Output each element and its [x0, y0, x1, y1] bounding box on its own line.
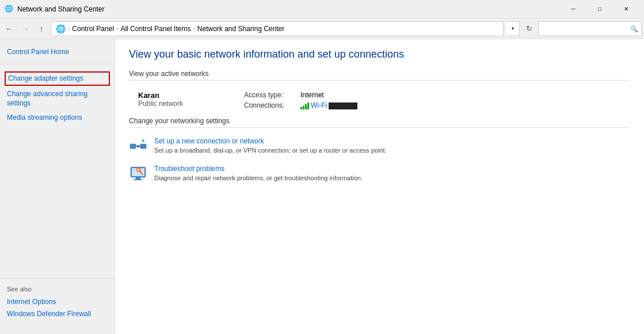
new-connection-link[interactable]: Set up a new connection or network: [154, 137, 630, 145]
wifi-bar-1: [300, 107, 302, 109]
title-bar-buttons: ─ □ ✕: [560, 0, 639, 18]
change-settings-section: Change your networking settings + Set up…: [129, 117, 630, 183]
new-connection-svg: +: [129, 137, 147, 155]
connections-row: Connections: Wi-Fi: [244, 101, 630, 111]
content-area: View your basic network information and …: [115, 39, 644, 334]
access-type-label: Access type:: [244, 91, 296, 99]
active-networks-header: View your active networks: [129, 70, 630, 81]
close-button[interactable]: ✕: [613, 0, 639, 18]
connections-label: Connections:: [244, 101, 296, 111]
troubleshoot-svg: [129, 165, 147, 183]
search-wrapper: 🔍: [538, 21, 642, 36]
path-dropdown-button[interactable]: ▾: [506, 21, 520, 36]
svg-rect-8: [134, 179, 142, 180]
troubleshoot-item: Troubleshoot problems Diagnose and repai…: [129, 165, 630, 183]
troubleshoot-icon: [129, 165, 147, 183]
svg-rect-1: [140, 144, 146, 149]
network-detail-col: Access type: Internet Connections:: [244, 91, 630, 113]
search-input[interactable]: [538, 21, 642, 36]
network-row: Karan Public network Access type: Intern…: [129, 88, 630, 117]
network-name: Karan: [138, 91, 244, 100]
sidebar-change-adapter[interactable]: Change adapter settings: [5, 71, 110, 86]
path-icon: 🌐: [56, 24, 66, 33]
sidebar-control-panel-home[interactable]: Control Panel Home: [0, 46, 115, 58]
troubleshoot-desc: Diagnose and repair network problems, or…: [154, 174, 363, 181]
wifi-ssid-link[interactable]: Wi-Fi: [311, 101, 327, 109]
wifi-bars: [300, 103, 309, 109]
up-button[interactable]: ↑: [35, 22, 48, 36]
minimize-button[interactable]: ─: [560, 0, 586, 18]
connections-value: Wi-Fi: [300, 101, 357, 111]
svg-rect-7: [136, 177, 140, 179]
search-icon: 🔍: [630, 25, 638, 32]
access-type-value: Internet: [300, 91, 324, 99]
new-connection-item: + Set up a new connection or network Set…: [129, 137, 630, 155]
wifi-bar-2: [303, 106, 304, 109]
svg-text:+: +: [142, 138, 145, 144]
svg-point-3: [137, 145, 139, 147]
main-container: Control Panel Home Change adapter settin…: [0, 39, 644, 334]
path-current: Network and Sharing Center: [197, 25, 284, 33]
path-all-items: All Control Panel Items: [120, 25, 190, 33]
access-type-row: Access type: Internet: [244, 91, 630, 99]
troubleshoot-text: Troubleshoot problems Diagnose and repai…: [154, 165, 630, 182]
network-name-col: Karan Public network: [129, 91, 244, 108]
refresh-button[interactable]: ↻: [522, 22, 536, 36]
address-bar: ← → ↑ 🌐 › Control Panel › All Control Pa…: [0, 18, 644, 39]
wifi-bar-4: [307, 103, 309, 109]
wifi-icon: Wi-Fi: [300, 101, 357, 111]
change-settings-header: Change your networking settings: [129, 117, 630, 128]
forward-button[interactable]: →: [18, 22, 32, 36]
back-button[interactable]: ←: [2, 22, 16, 36]
sidebar-windows-firewall[interactable]: Windows Defender Firewall: [7, 308, 108, 320]
see-also-section: See also Internet Options Windows Defend…: [0, 278, 115, 327]
wifi-bar-3: [305, 104, 307, 109]
wifi-ssid-block: [329, 103, 357, 109]
new-connection-desc: Set up a broadband, dial-up, or VPN conn…: [154, 147, 387, 154]
sidebar-advanced-sharing[interactable]: Change advanced sharing settings: [0, 88, 115, 110]
page-title: View your basic network information and …: [129, 48, 630, 60]
troubleshoot-link[interactable]: Troubleshoot problems: [154, 165, 630, 173]
network-type: Public network: [138, 100, 244, 108]
new-connection-text: Set up a new connection or network Set u…: [154, 137, 630, 154]
sidebar: Control Panel Home Change adapter settin…: [0, 39, 115, 334]
see-also-title: See also: [7, 286, 108, 293]
maximize-button[interactable]: □: [586, 0, 613, 18]
sidebar-media-streaming[interactable]: Media streaming options: [0, 112, 115, 124]
new-connection-icon: +: [129, 137, 147, 155]
path-control-panel: Control Panel: [72, 25, 114, 33]
address-path[interactable]: 🌐 › Control Panel › All Control Panel It…: [51, 21, 504, 36]
title-bar-icon: 🌐: [5, 5, 14, 14]
sidebar-internet-options[interactable]: Internet Options: [7, 296, 108, 308]
active-networks-section: View your active networks Karan Public n…: [129, 70, 630, 117]
svg-rect-0: [130, 144, 136, 149]
title-bar: 🌐 Network and Sharing Center ─ □ ✕: [0, 0, 644, 18]
title-bar-title: Network and Sharing Center: [17, 5, 560, 13]
